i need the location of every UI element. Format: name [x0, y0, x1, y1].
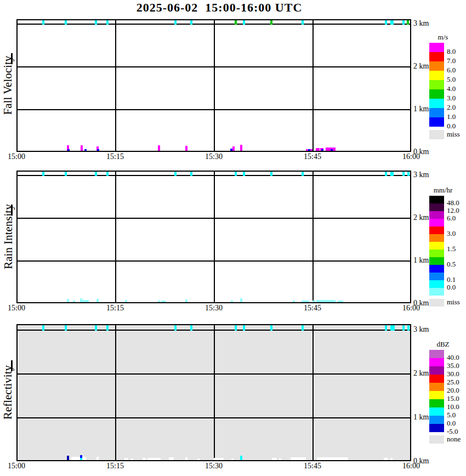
data-mark [316, 148, 320, 151]
data-mark [67, 149, 70, 151]
time-tick-label: 15:15 [99, 462, 132, 470]
colorbar-block [429, 383, 444, 391]
colorbar-block [429, 416, 444, 424]
data-mark [385, 325, 387, 331]
data-mark [143, 458, 146, 460]
data-mark [67, 299, 69, 302]
data-mark [106, 20, 109, 25]
colorbar-block [429, 391, 444, 399]
data-mark [158, 145, 160, 151]
data-mark [407, 172, 410, 176]
data-mark [161, 301, 166, 302]
colorbar-block [429, 350, 444, 358]
colorbar-tick-label: 5.0 [447, 411, 456, 419]
colorbar-tick-label: 30.0 [447, 370, 459, 378]
chart-title: 2025-06-02 15:00-16:00 UTC [16, 1, 422, 14]
time-tick-label: 15:00 [0, 152, 33, 161]
data-mark [174, 20, 177, 25]
data-mark [185, 299, 187, 302]
data-mark [332, 457, 348, 460]
ylabel-bar [11, 205, 13, 216]
colorbar-tick-label: 1.0 [447, 113, 456, 121]
time-tick-label: 15:45 [296, 152, 329, 161]
colorbar-block [429, 52, 444, 61]
time-tick-label: 15:45 [296, 462, 329, 470]
data-mark [231, 458, 234, 460]
panel-ylabel-wrap: Fall Velocity [0, 19, 16, 152]
ylabel-bar [11, 53, 13, 64]
data-mark [125, 300, 127, 302]
data-mark [65, 325, 67, 331]
data-mark [302, 301, 309, 302]
colorbar-block [429, 265, 444, 273]
height-tick-label: 1 km [413, 413, 429, 421]
colorbar-block [429, 196, 444, 203]
colorbar-block [429, 257, 444, 265]
colorbar-block [429, 117, 444, 127]
data-mark [390, 325, 395, 331]
time-tick-label: 16:00 [395, 462, 428, 470]
data-mark [410, 20, 411, 25]
data-mark [65, 172, 67, 176]
colorbar-block [429, 89, 444, 99]
colorbar-block [429, 358, 444, 366]
colorbar-block [429, 250, 444, 257]
rain-intensity-ylabel: Rain Intensity [2, 205, 14, 269]
data-mark [190, 172, 192, 176]
height-tick-label: 2 km [413, 369, 429, 377]
data-mark [390, 458, 393, 460]
data-mark [279, 458, 281, 460]
colorbar-block [429, 80, 444, 89]
height-tick-label: 1 km [413, 256, 429, 264]
data-mark [190, 20, 192, 25]
colorbar-tick-label: 15.0 [447, 395, 459, 403]
colorbar-block [429, 219, 444, 226]
data-mark [185, 146, 187, 151]
data-mark [407, 20, 409, 25]
data-mark [84, 149, 87, 151]
colorbar-tick-label: 5.0 [447, 76, 456, 83]
colorbar-block [429, 203, 444, 211]
colorbar-block [429, 234, 444, 242]
data-mark [240, 298, 242, 302]
gridline-v [115, 172, 116, 302]
colorbar-tick-label: 8.0 [447, 48, 456, 55]
data-mark [42, 20, 44, 25]
height-tick-label: 3 km [413, 325, 429, 333]
colorbar-block [429, 424, 444, 432]
data-mark [270, 20, 272, 25]
colorbar-miss-block [429, 435, 444, 444]
data-mark [312, 301, 315, 302]
colorbar-tick-label: 0.0 [447, 284, 456, 291]
colorbar-block [429, 43, 444, 52]
data-mark [243, 20, 245, 25]
colorbar-block [429, 61, 444, 71]
data-mark [302, 20, 304, 25]
data-mark [71, 457, 87, 460]
data-mark [158, 301, 160, 302]
colorbar-tick-label: 20.0 [447, 387, 459, 394]
data-mark [97, 149, 99, 151]
height-tick-label: 2 km [413, 213, 429, 222]
time-tick-label: 16:00 [395, 304, 428, 312]
gridline-v [214, 325, 215, 460]
ylabel-bar [11, 360, 13, 371]
data-mark [80, 458, 82, 460]
height-tick-label: 1 km [413, 105, 429, 113]
colorbar-miss-label: miss [447, 131, 460, 138]
time-tick-label: 15:30 [197, 152, 230, 161]
colorbar-tick-label: 40.0 [447, 354, 459, 361]
gridline-v [214, 20, 215, 151]
data-mark [96, 299, 99, 302]
colorbar-tick-label: 0.0 [447, 122, 456, 130]
data-mark [124, 458, 128, 460]
data-mark [106, 325, 109, 331]
data-mark [243, 172, 245, 176]
data-mark [402, 325, 405, 331]
colorbar-miss-block [429, 299, 444, 307]
data-mark [384, 458, 388, 460]
data-mark [81, 145, 83, 151]
fall-velocity-ylabel: Fall Velocity [2, 56, 14, 115]
data-mark [235, 325, 237, 331]
data-mark [42, 172, 44, 176]
